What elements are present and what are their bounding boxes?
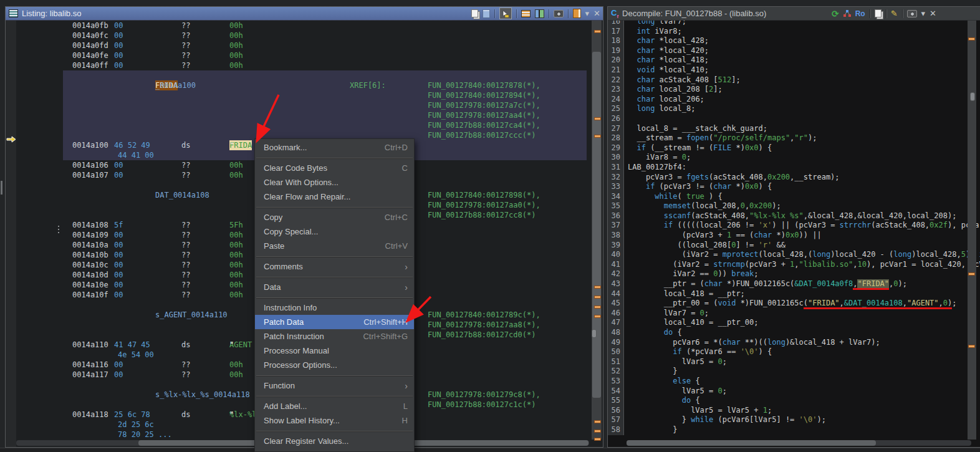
dropdown-arrow-icon[interactable]: ▾ (921, 9, 926, 17)
code-line[interactable]: 28 __stream = fopen("/proc/self/maps","r… (608, 133, 980, 143)
code-line[interactable]: 36 sscanf(acStack_408,"%lx-%lx %s",&loca… (608, 211, 980, 221)
decompiler-marker-strip[interactable] (968, 21, 976, 440)
code-line[interactable]: 58 } (608, 425, 980, 435)
listing-xref-row[interactable]: FUN_00127978:00127a7c(*), (16, 100, 590, 110)
copy-icon[interactable] (875, 9, 882, 17)
code-line[interactable]: 34 while( true ) { (608, 192, 980, 202)
code-line[interactable]: 19 char *local_420; (608, 46, 980, 56)
menu-item-data[interactable]: Data› (255, 280, 414, 294)
listing-titlebar[interactable]: Listing: libalib.so ▾ ✕ (6, 7, 603, 21)
cursor-location-icon[interactable] (499, 7, 512, 19)
menu-item-instruction-info[interactable]: Instruction Info (255, 301, 414, 315)
decompiler-titlebar[interactable]: Cf Decompile: FUN_00127b88 - (libalib.so… (608, 7, 980, 21)
code-line[interactable]: 39 ((local_208[0] != 'r' && (608, 241, 980, 251)
paste-icon[interactable] (483, 9, 490, 18)
listing-hex-row[interactable]: 0014a0fc00??00h (16, 31, 590, 41)
snapshot-camera-icon[interactable] (907, 10, 917, 17)
toggle-fields-icon[interactable] (521, 10, 531, 17)
listing-hex-row[interactable]: 0014a0fb00??00h (16, 21, 590, 31)
code-line[interactable]: 43 __ptr = (char *)FUN_0012165c(&DAT_001… (608, 279, 980, 289)
code-line[interactable]: 54 lVar5 = 0; (608, 387, 980, 397)
listing-xref-row[interactable]: FUN_00127b88:00127ca4(*), (16, 120, 590, 130)
splitter-notch[interactable] (1, 181, 2, 195)
code-line[interactable]: 47 local_410 = __ptr_00; (608, 318, 980, 328)
close-icon[interactable]: ✕ (593, 9, 600, 17)
decompiler-horizontal-scrollbar[interactable] (627, 440, 971, 446)
listing-xref-row[interactable]: FUN_00127840:00127894(*), (16, 90, 590, 100)
code-line[interactable]: 56 lVar5 = lVar5 + 1; (608, 406, 980, 416)
code-line[interactable]: 53 else { (608, 377, 980, 387)
close-icon[interactable]: ✕ (930, 9, 936, 17)
code-line[interactable]: 52 } (608, 367, 980, 377)
code-line[interactable]: 25 long local_8; (608, 104, 980, 114)
code-line[interactable]: 55 do { (608, 396, 980, 406)
code-line[interactable]: 23 char local_208 [2]; (608, 85, 980, 95)
code-line[interactable]: 41 (iVar2 = strncmp(pcVar3 + 1,"libalib.… (608, 260, 980, 270)
code-line[interactable]: 24 char local_206; (608, 95, 980, 105)
listing-label-row[interactable]: s_FRIDA_0014a100XREF[6]:FUN_00127840:001… (16, 80, 590, 90)
listing-options-icon[interactable] (573, 9, 581, 18)
edit-icon[interactable]: ✎ (891, 9, 898, 17)
code-line[interactable]: 21 void *local_410; (608, 65, 980, 75)
snapshot-camera-icon[interactable] (554, 10, 564, 17)
code-line[interactable]: 16 long lVar7; (608, 21, 980, 27)
menu-item-processor-options[interactable]: Processor Options... (255, 358, 414, 372)
menu-item-copy[interactable]: CopyCtrl+C (255, 210, 414, 224)
menu-item-clear-with-options[interactable]: Clear With Options... (255, 175, 414, 190)
code-line[interactable]: 32 pcVar3 = fgets(acStack_408,0x200,__st… (608, 173, 980, 183)
code-line[interactable]: 20 char *local_418; (608, 55, 980, 65)
menu-item-bookmark[interactable]: Bookmark...Ctrl+D (255, 140, 414, 155)
listing-blank-row[interactable] (16, 70, 590, 80)
code-line[interactable]: 17 int iVar8; (608, 27, 980, 37)
refresh-icon[interactable]: ⟳ (832, 9, 839, 18)
scrollbar-thumb[interactable] (627, 440, 876, 446)
code-line[interactable]: 40 (iVar2 = mprotect(local_428,(long)loc… (608, 250, 980, 260)
menu-item-function[interactable]: Function› (255, 378, 414, 393)
code-line[interactable]: 26 (608, 114, 980, 124)
diff-view-icon[interactable] (535, 9, 544, 18)
menu-item-comments[interactable]: Comments› (255, 259, 414, 274)
code-line[interactable]: 48 do { (608, 328, 980, 338)
line-number: 21 (608, 65, 624, 75)
code-line[interactable]: 46 lVar7 = 0; (608, 309, 980, 319)
code-line[interactable]: 44 local_418 = __ptr; (608, 289, 980, 299)
menu-item-clear-code-bytes[interactable]: Clear Code BytesC (255, 161, 414, 175)
listing-hex-row[interactable]: 0014a0fd00??00h (16, 41, 590, 50)
listing-xref-row[interactable]: FUN_00127978:00127aa4(*), (16, 110, 590, 120)
menu-item-clear-flow-and-repair[interactable]: Clear Flow and Repair... (255, 190, 414, 204)
menu-item-copy-special[interactable]: Copy Special... (255, 224, 414, 239)
code-line[interactable]: 30 iVar8 = 0; (608, 153, 980, 163)
code-line[interactable]: 57 } while (pcVar6[lVar5] != '\0'); (608, 415, 980, 425)
listing-vertical-scrollbar[interactable] (592, 21, 602, 440)
code-line[interactable]: 29 if (__stream != (FILE *)0x0) { (608, 143, 980, 153)
menu-item-patch-instruction[interactable]: Patch InstructionCtrl+Shift+G (255, 329, 414, 344)
code-line[interactable]: 50 if (*pcVar6 == '\0') { (608, 347, 980, 357)
menu-item-add-label[interactable]: Add Label...L (255, 399, 414, 413)
dropdown-arrow-icon[interactable]: ▾ (585, 9, 590, 17)
scrollbar-thumb[interactable] (592, 52, 601, 398)
code-line[interactable]: 27 local_8 = ___stack_chk_guard; (608, 124, 980, 134)
code-line[interactable]: 42 iVar2 == 0)) break; (608, 269, 980, 279)
code-line[interactable]: 35 memset(local_208,0,0x200); (608, 201, 980, 211)
ro-toggle[interactable]: Ro (855, 9, 865, 18)
menu-item-show-label-history[interactable]: Show Label History...H (255, 413, 414, 428)
code-line[interactable]: 18 char *local_428; (608, 36, 980, 46)
copy-icon[interactable] (471, 9, 478, 17)
menu-item-set-register-values[interactable]: Set Register Values... (255, 448, 414, 452)
drag-handle-dots-icon[interactable] (58, 224, 60, 235)
listing-hex-row[interactable]: 0014a0ff00??00h (16, 60, 590, 70)
code-line[interactable]: 38 (pcVar3 + 1 == (char *)0x0)) || (608, 231, 980, 241)
graph-icon[interactable] (843, 10, 851, 17)
code-line[interactable]: 45 __ptr_00 = (void *)FUN_0012165c("FRID… (608, 299, 980, 309)
code-line[interactable]: 51 lVar5 = 0; (608, 357, 980, 367)
code-line[interactable]: 22 char acStack_408 [512]; (608, 75, 980, 85)
menu-item-processor-manual[interactable]: Processor Manual (255, 344, 414, 358)
menu-item-patch-data[interactable]: Patch DataCtrl+Shift+H (255, 315, 414, 329)
code-line[interactable]: 31LAB_00127bf4: (608, 163, 980, 173)
listing-hex-row[interactable]: 0014a0fe00??00h (16, 50, 590, 60)
code-line[interactable]: 33 if (pcVar3 != (char *)0x0) { (608, 182, 980, 192)
menu-item-clear-register-values[interactable]: Clear Register Values... (255, 434, 414, 448)
menu-item-paste[interactable]: PasteCtrl+V (255, 239, 414, 253)
code-line[interactable]: 37 if (((((local_206 != 'x') || (pcVar3 … (608, 221, 980, 231)
code-line[interactable]: 49 pcVar6 = *(char **)((long)&local_418 … (608, 338, 980, 348)
